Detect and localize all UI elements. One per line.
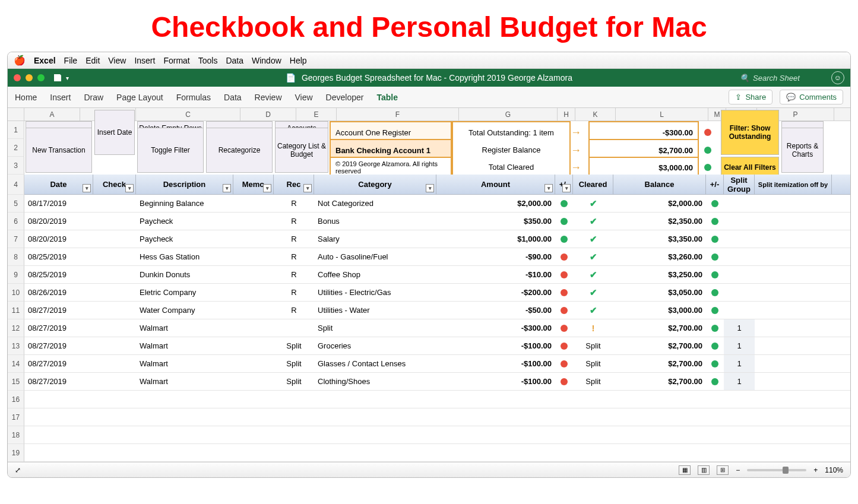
normal-view-icon[interactable]: ▦ — [679, 465, 691, 475]
apple-icon[interactable]: 🍎 — [14, 55, 26, 66]
cell-cleared[interactable]: ✔ — [573, 195, 613, 212]
filter-icon[interactable]: ▾ — [303, 184, 312, 192]
tab-table[interactable]: Table — [376, 93, 398, 102]
cell-date[interactable]: 08/27/2019 — [24, 319, 93, 337]
menu-data[interactable]: Data — [226, 56, 243, 65]
filter-icon[interactable]: ▾ — [544, 184, 553, 192]
cell-cleared[interactable]: ✔ — [573, 230, 613, 248]
cell-check[interactable] — [93, 302, 136, 319]
cell-memo[interactable] — [233, 213, 274, 230]
cell-split-group[interactable] — [724, 284, 755, 301]
tab-view[interactable]: View — [295, 93, 313, 102]
cell-check[interactable] — [93, 195, 136, 212]
cell-memo[interactable] — [233, 302, 274, 319]
table-row[interactable]: 08/25/2019Dunkin DonutsRCoffee Shop-$10.… — [24, 266, 850, 284]
col-category[interactable]: Category▾ — [314, 175, 436, 194]
cell-desc[interactable]: Walmart — [136, 373, 233, 390]
cell-desc[interactable]: Hess Gas Station — [136, 248, 233, 265]
table-row[interactable]: 08/27/2019WalmartSplit-$300.00!$2,700.00… — [24, 319, 850, 337]
cell-category[interactable]: Utilities - Electric/Gas — [314, 284, 436, 301]
table-row[interactable]: 08/20/2019PaycheckRBonus$350.00✔$2,350.0… — [24, 213, 850, 230]
filter-icon[interactable]: ▾ — [263, 184, 271, 192]
cell-check[interactable] — [93, 230, 136, 248]
table-row[interactable]: 08/20/2019PaycheckRSalary$1,000.00✔$3,35… — [24, 230, 850, 248]
cell-amount[interactable]: $1,000.00 — [436, 230, 555, 248]
cell-rec[interactable]: R — [274, 266, 314, 283]
cell-rec[interactable]: R — [274, 195, 314, 212]
cell-check[interactable] — [93, 248, 136, 265]
cell-split-group[interactable] — [724, 302, 755, 319]
cell-split-item[interactable] — [755, 213, 832, 230]
cell-split-group[interactable] — [724, 230, 755, 248]
table-row[interactable]: 08/26/2019Eletric CompanyRUtilities - El… — [24, 284, 850, 302]
col-rec[interactable]: Rec▾ — [274, 175, 314, 194]
table-row[interactable]: 08/17/2019Beginning BalanceRNot Categori… — [24, 195, 850, 213]
cell-memo[interactable] — [233, 230, 274, 248]
cell-split-item[interactable] — [755, 248, 832, 265]
cell-category[interactable]: Bonus — [314, 213, 436, 230]
table-row[interactable] — [24, 408, 850, 426]
cell-desc[interactable]: Dunkin Donuts — [136, 266, 233, 283]
cell-split-group[interactable] — [724, 213, 755, 230]
cell-rec[interactable]: R — [274, 284, 314, 301]
menu-window[interactable]: Window — [252, 56, 281, 65]
cell-cleared[interactable]: ✔ — [573, 266, 613, 283]
cell-memo[interactable] — [233, 266, 274, 283]
cell-split-group[interactable]: 1 — [724, 319, 755, 337]
cell-check[interactable] — [93, 284, 136, 301]
insert-date-button[interactable]: Insert Date — [94, 110, 135, 155]
tab-data[interactable]: Data — [224, 93, 242, 102]
cell-cleared[interactable]: Split — [573, 337, 613, 354]
zoom-value[interactable]: 110% — [825, 466, 843, 474]
cell-category[interactable]: Utilities - Water — [314, 302, 436, 319]
cell-split-item[interactable] — [755, 302, 832, 319]
cell-desc[interactable]: Walmart — [136, 337, 233, 354]
cell-memo[interactable] — [233, 195, 274, 212]
col-description[interactable]: Description▾ — [136, 175, 233, 194]
col-pm[interactable]: +/-▾ — [555, 175, 573, 194]
menu-help[interactable]: Help — [290, 56, 307, 65]
cell-amount[interactable]: -$100.00 — [436, 373, 555, 390]
cell-desc[interactable]: Paycheck — [136, 230, 233, 248]
cell-category[interactable]: Coffee Shop — [314, 266, 436, 283]
table-row[interactable]: 08/27/2019WalmartSplitGroceries-$100.00S… — [24, 337, 850, 355]
cell-cleared[interactable]: ✔ — [573, 248, 613, 265]
cell-date[interactable]: 08/27/2019 — [24, 302, 93, 319]
cell-desc[interactable]: Water Company — [136, 302, 233, 319]
cell-category[interactable]: Groceries — [314, 337, 436, 354]
cell-cleared[interactable]: ✔ — [573, 302, 613, 319]
filter-icon[interactable]: ▾ — [125, 184, 134, 192]
chevron-down-icon[interactable]: ▾ — [66, 75, 69, 81]
menu-edit[interactable]: Edit — [86, 56, 100, 65]
table-row[interactable] — [24, 391, 850, 408]
table-row[interactable]: 08/27/2019WalmartSplitClothing/Shoes-$10… — [24, 373, 850, 391]
cell-category[interactable]: Clothing/Shoes — [314, 373, 436, 390]
cell-date[interactable]: 08/27/2019 — [24, 373, 93, 390]
search-input[interactable] — [753, 74, 824, 83]
cell-amount[interactable]: -$50.00 — [436, 302, 555, 319]
minimize-icon[interactable] — [26, 74, 33, 81]
cell-cleared[interactable]: ! — [573, 319, 613, 337]
cell-rec[interactable]: Split — [274, 373, 314, 390]
tab-home[interactable]: Home — [15, 93, 37, 102]
cell-date[interactable]: 08/27/2019 — [24, 355, 93, 372]
close-icon[interactable] — [14, 74, 21, 81]
cell-memo[interactable] — [233, 319, 274, 337]
cell-rec[interactable]: Split — [274, 355, 314, 372]
cell-amount[interactable]: $350.00 — [436, 213, 555, 230]
cell-category[interactable]: Salary — [314, 230, 436, 248]
tab-page-layout[interactable]: Page Layout — [116, 93, 163, 102]
col-memo[interactable]: Memo▾ — [233, 175, 274, 194]
cell-split-item[interactable] — [755, 266, 832, 283]
col-split-item[interactable]: Split itemization off by — [755, 175, 832, 194]
table-row[interactable] — [24, 426, 850, 444]
cell-date[interactable]: 08/27/2019 — [24, 337, 93, 354]
filter-icon[interactable]: ▾ — [562, 184, 571, 192]
cell-check[interactable] — [93, 337, 136, 354]
cell-memo[interactable] — [233, 337, 274, 354]
cell-category[interactable]: Auto - Gasoline/Fuel — [314, 248, 436, 265]
cell-date[interactable]: 08/17/2019 — [24, 195, 93, 212]
cell-memo[interactable] — [233, 373, 274, 390]
cell-amount[interactable]: -$100.00 — [436, 337, 555, 354]
cell-split-group[interactable]: 1 — [724, 337, 755, 354]
